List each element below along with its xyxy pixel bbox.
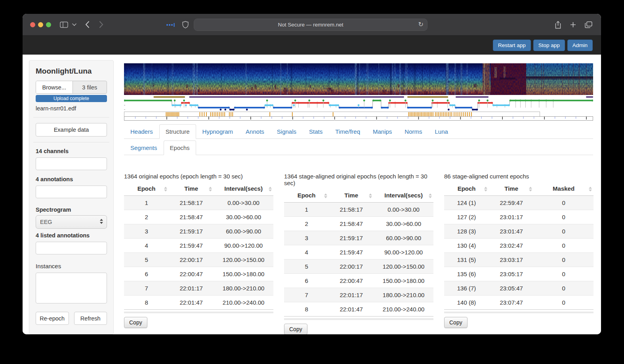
- copy-button[interactable]: Copy: [284, 324, 307, 334]
- zoom-window-button[interactable]: [46, 22, 51, 27]
- back-button-icon[interactable]: [85, 21, 90, 28]
- privacy-shield-icon[interactable]: [182, 21, 189, 28]
- table-row[interactable]: 121:58:170.00->30.00: [124, 196, 273, 210]
- column-header-time[interactable]: Time: [489, 183, 534, 196]
- column-header-epoch[interactable]: Epoch: [444, 183, 489, 196]
- column-header-interval-secs-[interactable]: Interval(secs): [214, 183, 273, 196]
- annotations-input[interactable]: [36, 186, 107, 198]
- instances-textarea[interactable]: [36, 273, 107, 303]
- table-scrollbar-track[interactable]: [444, 312, 593, 313]
- table-row[interactable]: 722:01:17180.00->210.00: [284, 288, 433, 302]
- tab-time-freq[interactable]: Time/freq: [329, 124, 366, 139]
- copy-button[interactable]: Copy: [444, 317, 468, 328]
- share-icon[interactable]: [555, 21, 561, 29]
- table-row[interactable]: 136 (7)23:05:470: [444, 281, 593, 296]
- table-row[interactable]: 121:58:170.00->30.00: [284, 203, 433, 217]
- tab-structure[interactable]: Structure: [159, 124, 196, 139]
- channels-input[interactable]: [36, 157, 107, 170]
- stop-app-button[interactable]: Stop app: [533, 40, 565, 51]
- table-cell: 23:01:17: [489, 210, 534, 224]
- table-row[interactable]: 221:58:4730.00->60.00: [124, 210, 273, 224]
- table-row[interactable]: 124 (1)22:59:470: [444, 196, 593, 210]
- table-row[interactable]: 127 (2)23:01:170: [444, 210, 593, 224]
- sort-icon[interactable]: [369, 193, 372, 198]
- column-header-epoch[interactable]: Epoch: [124, 183, 169, 196]
- subtab-segments[interactable]: Segments: [124, 140, 164, 155]
- table-row[interactable]: 140 (8)23:07:470: [444, 296, 593, 310]
- table-row[interactable]: 522:00:17120.00->150.00: [124, 253, 273, 267]
- table-row[interactable]: 130 (4)23:02:470: [444, 239, 593, 253]
- table-cell: 0.00->30.00: [214, 196, 273, 210]
- table-cell: 21:59:47: [329, 245, 374, 260]
- tab-annots[interactable]: Annots: [239, 124, 271, 139]
- forward-button-icon[interactable]: [99, 21, 103, 28]
- table-row[interactable]: 421:59:4790.00->120.00: [124, 239, 273, 253]
- table-row[interactable]: 321:59:1760.00->90.00: [284, 231, 433, 245]
- file-upload-control[interactable]: Browse... 3 files: [36, 81, 107, 94]
- table-cell: 127 (2): [444, 210, 489, 224]
- reload-icon[interactable]: ↻: [418, 21, 424, 28]
- sort-icon[interactable]: [589, 187, 592, 191]
- table-cell: 1: [284, 203, 329, 217]
- tab-group-dots-icon[interactable]: [166, 23, 175, 27]
- annotation-bars-track: [124, 96, 593, 99]
- column-header-masked[interactable]: Masked: [534, 183, 593, 196]
- tab-manips[interactable]: Manips: [366, 124, 398, 139]
- structure-sub-tab-bar: SegmentsEpochs: [124, 140, 593, 155]
- table-row[interactable]: 421:59:4790.00->120.00: [284, 245, 433, 260]
- copy-button[interactable]: Copy: [124, 317, 147, 328]
- sort-icon[interactable]: [529, 187, 532, 191]
- table-row[interactable]: 622:00:47150.00->180.00: [124, 267, 273, 281]
- sort-icon[interactable]: [429, 193, 432, 198]
- minimize-window-button[interactable]: [38, 22, 43, 27]
- column-header-interval-secs-[interactable]: Interval(secs): [374, 190, 433, 203]
- sidebar-toggle-icon[interactable]: [60, 21, 68, 28]
- admin-button[interactable]: Admin: [567, 40, 593, 51]
- table-row[interactable]: 722:01:17180.00->210.00: [124, 281, 273, 296]
- sort-icon[interactable]: [484, 187, 487, 191]
- tab-headers[interactable]: Headers: [124, 124, 159, 139]
- table-row[interactable]: 131 (5)23:03:170: [444, 253, 593, 267]
- tab-norms[interactable]: Norms: [398, 124, 428, 139]
- address-bar[interactable]: Not Secure — remnrem.net ↻: [194, 19, 427, 31]
- column-header-epoch[interactable]: Epoch: [284, 190, 329, 203]
- spectrogram-channel-select[interactable]: EEG: [36, 215, 107, 229]
- listed-annotations-input[interactable]: [36, 242, 107, 254]
- annotations-label: 4 annotations: [36, 176, 107, 182]
- reepoch-button[interactable]: Re-epoch: [36, 312, 69, 325]
- column-header-time[interactable]: Time: [169, 183, 214, 196]
- table-cell: 6: [124, 267, 169, 281]
- table-cell: 8: [284, 302, 329, 317]
- table-row[interactable]: 822:01:47210.00->240.00: [124, 296, 273, 310]
- table-row[interactable]: 622:00:47150.00->180.00: [284, 274, 433, 288]
- sort-icon[interactable]: [269, 187, 272, 191]
- table-row[interactable]: 221:58:4730.00->60.00: [284, 217, 433, 231]
- sort-icon[interactable]: [324, 193, 327, 198]
- sort-icon[interactable]: [209, 187, 212, 191]
- column-header-time[interactable]: Time: [329, 190, 374, 203]
- tab-overview-icon[interactable]: [585, 21, 592, 28]
- table-row[interactable]: 822:01:47210.00->240.00: [284, 302, 433, 317]
- tab-stats[interactable]: Stats: [303, 124, 329, 139]
- tab-hypnogram[interactable]: Hypnogram: [196, 124, 240, 139]
- close-window-button[interactable]: [30, 22, 35, 27]
- page-title: Moonlight/Luna: [36, 67, 107, 76]
- table-row[interactable]: 522:00:17120.00->150.00: [284, 260, 433, 274]
- table-cell: 0: [534, 239, 593, 253]
- table-row[interactable]: 135 (6)23:05:170: [444, 267, 593, 281]
- chevron-down-icon[interactable]: [72, 23, 76, 26]
- table-row[interactable]: 321:59:1760.00->90.00: [124, 224, 273, 239]
- new-tab-icon[interactable]: [570, 22, 576, 28]
- table-cell: 120.00->150.00: [214, 253, 273, 267]
- table-row[interactable]: 128 (3)23:01:470: [444, 224, 593, 239]
- sort-icon[interactable]: [164, 187, 167, 191]
- restart-app-button[interactable]: Restart app: [493, 40, 531, 51]
- subtab-epochs[interactable]: Epochs: [164, 140, 196, 155]
- table-scrollbar-track[interactable]: [284, 318, 433, 320]
- refresh-button[interactable]: Refresh: [74, 312, 107, 325]
- browse-button[interactable]: Browse...: [36, 81, 73, 93]
- tab-luna[interactable]: Luna: [429, 124, 454, 139]
- example-data-button[interactable]: Example data: [36, 123, 107, 136]
- table-scrollbar-track[interactable]: [124, 312, 273, 313]
- tab-signals[interactable]: Signals: [271, 124, 303, 139]
